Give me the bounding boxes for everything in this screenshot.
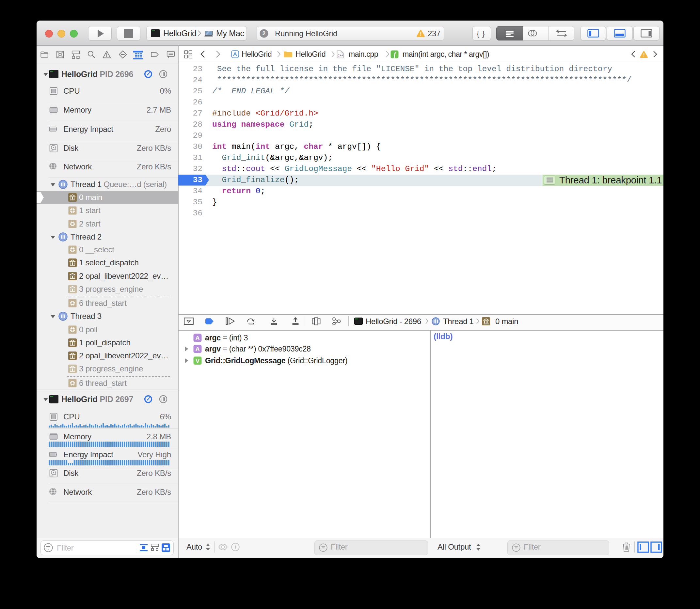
svg-text:C++: C++: [338, 54, 343, 57]
svg-text:A: A: [195, 334, 200, 342]
svg-text:i: i: [235, 544, 236, 550]
svg-text:2: 2: [262, 30, 266, 37]
svg-text:A: A: [195, 346, 200, 352]
svg-text:V: V: [195, 358, 200, 364]
